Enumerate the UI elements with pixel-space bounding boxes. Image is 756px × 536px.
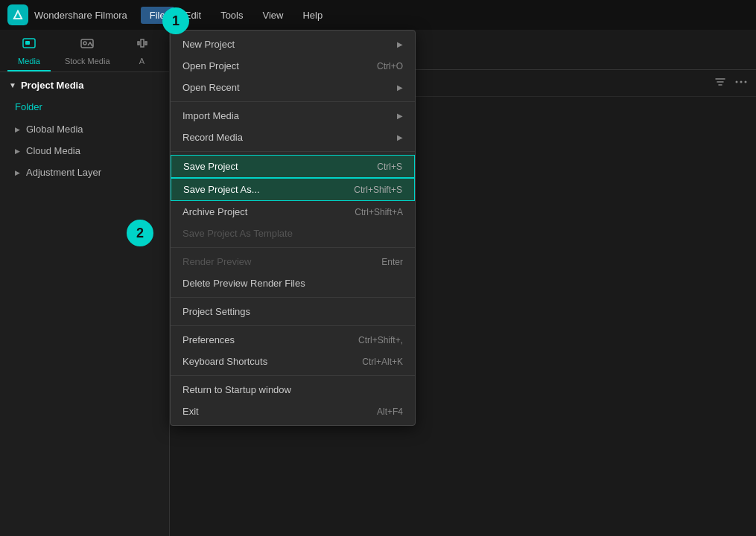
save-as-template-label: Save Project As Template [182,228,293,239]
sidebar-item-global-media[interactable]: ▶ Global Media [0,118,169,140]
menu-item-record-media[interactable]: Record Media ▶ [171,127,415,148]
menu-item-open-project[interactable]: Open Project Ctrl+O [171,55,415,77]
open-project-label: Open Project [182,60,239,71]
svg-point-15 [736,81,738,83]
exit-shortcut: Alt+F4 [377,406,403,417]
menu-section-open: New Project ▶ Open Project Ctrl+O Open R… [171,31,415,102]
open-project-shortcut: Ctrl+O [377,61,403,71]
svg-point-16 [740,81,743,83]
new-project-label: New Project [182,39,235,50]
tab-audio[interactable]: A [124,30,160,71]
menu-view[interactable]: View [253,7,292,24]
expand-triangle-adjustment: ▶ [15,169,20,176]
project-media-header: ▼ Project Media [0,72,169,98]
menu-edit[interactable]: Edit [176,7,210,24]
expand-triangle-cloud: ▶ [15,147,20,155]
adjustment-layer-label: Adjustment Layer [26,167,101,178]
stock-media-icon [80,36,95,54]
save-project-as-label: Save Project As... [183,184,260,195]
menu-section-exit: Return to Startup window Exit Alt+F4 [171,376,415,425]
menu-file[interactable]: File [141,7,174,24]
svg-point-17 [745,81,747,83]
folder-label[interactable]: Folder [0,98,169,118]
tab-stock-media[interactable]: Stock Media [54,30,121,71]
more-icon[interactable] [735,76,747,90]
menu-item-archive-project[interactable]: Archive Project Ctrl+Shift+A [171,201,415,223]
menu-item-return-startup[interactable]: Return to Startup window [171,379,415,401]
menu-item-preferences[interactable]: Preferences Ctrl+Shift+, [171,329,415,351]
archive-project-label: Archive Project [182,206,247,217]
menu-item-new-project[interactable]: New Project ▶ [171,34,415,55]
menu-tools[interactable]: Tools [212,7,252,24]
sidebar-item-cloud-media[interactable]: ▶ Cloud Media [0,140,169,162]
expand-triangle-global: ▶ [15,126,20,133]
sidebar-item-adjustment-layer[interactable]: ▶ Adjustment Layer [0,162,169,183]
titlebar: Wondershare Filmora File Edit Tools View… [0,0,756,30]
import-media-label: Import Media [182,110,239,121]
sidebar-tabs: Media Stock Media [0,30,169,72]
menu-item-save-as-template: Save Project As Template [171,223,415,244]
file-menu-dropdown: New Project ▶ Open Project Ctrl+O Open R… [170,30,416,426]
record-media-label: Record Media [182,132,243,143]
menu-item-exit[interactable]: Exit Alt+F4 [171,401,415,422]
app-logo [7,4,28,25]
tab-media-label: Media [18,57,40,66]
menu-item-save-project-as[interactable]: Save Project As... Ctrl+Shift+S [171,178,415,201]
save-project-label: Save Project [183,161,238,172]
return-startup-label: Return to Startup window [182,384,291,395]
tab-audio-label: A [139,57,144,66]
filter-icon[interactable] [714,76,726,90]
save-project-shortcut: Ctrl+S [377,162,402,172]
render-preview-label: Render Preview [182,256,252,267]
save-project-as-shortcut: Ctrl+Shift+S [354,185,402,195]
menu-item-keyboard-shortcuts[interactable]: Keyboard Shortcuts Ctrl+Alt+K [171,351,415,372]
menu-section-import: Import Media ▶ Record Media ▶ [171,102,415,152]
render-preview-shortcut: Enter [381,257,403,267]
menu-section-preferences: Preferences Ctrl+Shift+, Keyboard Shortc… [171,326,415,376]
menu-item-save-project[interactable]: Save Project Ctrl+S [171,155,415,178]
svg-rect-3 [25,41,30,45]
delete-render-label: Delete Preview Render Files [182,278,305,289]
menubar: File Edit Tools View Help [141,7,331,24]
menu-help[interactable]: Help [293,7,331,24]
archive-project-shortcut: Ctrl+Shift+A [355,207,403,217]
project-settings-label: Project Settings [182,306,250,317]
media-icon [22,36,36,54]
menu-item-open-recent[interactable]: Open Recent ▶ [171,77,415,98]
menu-section-settings: Project Settings [171,298,415,326]
new-project-arrow: ▶ [397,40,403,48]
tab-stock-label: Stock Media [65,57,110,66]
import-media-arrow: ▶ [397,112,403,120]
audio-icon [135,36,150,54]
open-recent-label: Open Recent [182,82,240,93]
global-media-label: Global Media [26,124,83,135]
record-media-arrow: ▶ [397,133,403,141]
menu-item-import-media[interactable]: Import Media ▶ [171,105,415,127]
sidebar: Media Stock Media [0,30,170,536]
preferences-label: Preferences [182,334,235,345]
exit-label: Exit [182,406,199,417]
menu-section-save: Save Project Ctrl+S Save Project As... C… [171,152,415,248]
keyboard-shortcuts-label: Keyboard Shortcuts [182,356,267,367]
cloud-media-label: Cloud Media [26,145,80,156]
menu-section-render: Render Preview Enter Delete Preview Rend… [171,248,415,298]
collapse-triangle[interactable]: ▼ [9,81,16,89]
open-recent-arrow: ▶ [397,83,403,92]
keyboard-shortcuts-shortcut: Ctrl+Alt+K [362,357,403,367]
tab-media[interactable]: Media [7,30,51,71]
preferences-shortcut: Ctrl+Shift+, [358,335,403,345]
menu-item-project-settings[interactable]: Project Settings [171,301,415,322]
menu-item-delete-render[interactable]: Delete Preview Render Files [171,272,415,294]
menu-item-render-preview: Render Preview Enter [171,251,415,272]
svg-point-5 [83,42,86,45]
project-media-label: Project Media [21,80,84,91]
app-title: Wondershare Filmora [34,10,127,21]
